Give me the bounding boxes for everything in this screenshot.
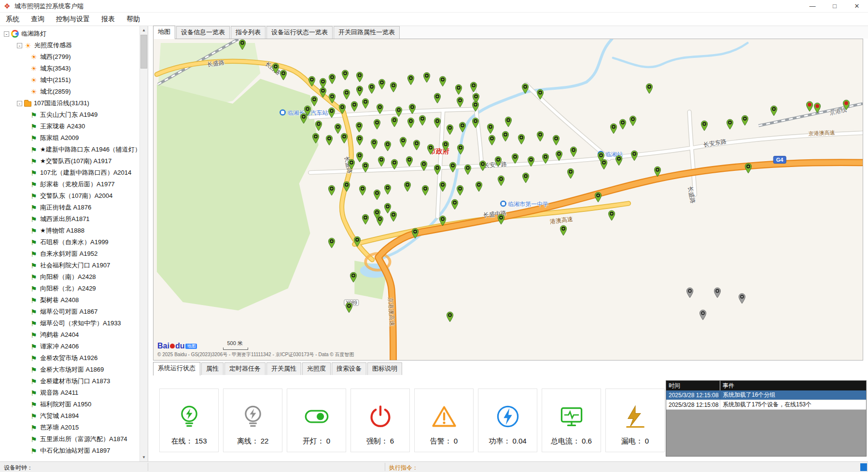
scroll-up-icon[interactable]: ▲ [140, 26, 148, 34]
tree-item[interactable]: 城中(2151) [0, 74, 140, 86]
device-pin-marker[interactable] [451, 199, 459, 210]
tree-item[interactable]: 王家珑巷 A2430 [0, 121, 140, 132]
tree-item[interactable]: 谭家冲 A2406 [0, 341, 140, 352]
device-pin-marker[interactable] [343, 89, 350, 100]
device-pin-marker[interactable] [384, 140, 391, 152]
tree-item[interactable]: 向阳桥（北）A2429 [0, 283, 140, 294]
tree-item[interactable]: 自来水斜对面 A1952 [0, 248, 140, 260]
device-pin-marker[interactable] [341, 133, 348, 144]
device-pin-marker[interactable] [376, 215, 383, 226]
device-pin-marker[interactable] [308, 76, 315, 87]
device-pin-marker[interactable] [272, 63, 279, 74]
device-pin-marker[interactable] [806, 101, 813, 112]
device-pin-marker[interactable] [487, 123, 494, 134]
device-pin-marker[interactable] [326, 135, 333, 146]
tree-item[interactable]: 五尖山大门东 A1949 [0, 109, 140, 121]
device-pin-marker[interactable] [328, 185, 335, 196]
device-pin-marker[interactable] [536, 89, 544, 100]
bottom-tab[interactable]: 定时器任务 [224, 362, 266, 375]
tree-item[interactable]: 107北（建新中路路口西）A2014 [0, 167, 140, 179]
event-log-row[interactable]: 2025/3/28 12:15:08 系统加载了16个分组 [666, 390, 866, 400]
device-pin-marker[interactable] [608, 210, 615, 221]
bottom-tab[interactable]: 搜索设备 [332, 362, 366, 375]
map-canvas[interactable]: 长盛路 长白路 临湘长途汽车站 市政府 长盛路 [153, 39, 863, 361]
tree-item[interactable]: 汽贸城 A1894 [0, 410, 140, 422]
device-pin-marker[interactable] [745, 163, 752, 174]
device-pin-marker[interactable] [556, 150, 563, 161]
tree-item[interactable]: 城东(3543) [0, 63, 140, 74]
device-pin-marker[interactable] [350, 272, 357, 283]
tree-item[interactable]: 金桥农贸市场 A1926 [0, 352, 140, 364]
map-tab[interactable]: 设备信息一览表 [176, 26, 230, 39]
device-pin-marker[interactable] [560, 225, 567, 236]
device-pin-marker[interactable] [536, 131, 544, 142]
device-pin-marker[interactable] [645, 83, 653, 94]
device-pin-marker[interactable] [315, 120, 322, 131]
tree-item[interactable]: 金桥大市场对面 A1869 [0, 364, 140, 375]
device-pin-marker[interactable] [412, 228, 419, 239]
menu-item[interactable]: 报表 [96, 13, 121, 26]
menu-item[interactable]: 系统 [0, 13, 25, 26]
device-pin-marker[interactable] [407, 117, 415, 128]
tree-expander-icon[interactable]: - [4, 31, 9, 37]
tree-item[interactable]: - 光照度传感器 [0, 40, 140, 51]
map-tab[interactable]: 设备运行状态一览表 [266, 26, 333, 39]
device-pin-marker[interactable] [409, 103, 416, 114]
device-pin-marker[interactable] [343, 181, 350, 192]
tree-item[interactable]: 五里派出所（富源汽配）A1874 [0, 433, 140, 445]
device-pin-marker[interactable] [770, 105, 778, 116]
device-pin-marker[interactable] [376, 103, 383, 114]
device-pin-marker[interactable] [455, 84, 462, 95]
device-pin-marker[interactable] [346, 302, 353, 313]
bottom-tab[interactable]: 属性 [201, 362, 224, 375]
tree-item[interactable]: 福利院对面 A1950 [0, 399, 140, 410]
device-pin-marker[interactable] [356, 122, 363, 133]
map-tab[interactable]: 地图 [153, 26, 175, 39]
device-pin-marker[interactable] [356, 135, 364, 146]
tree-item[interactable]: 彭家巷（党校后面）A1977 [0, 179, 140, 190]
tree-item[interactable]: 陈家组 A2009 [0, 132, 140, 144]
device-pin-marker[interactable] [404, 181, 411, 192]
device-pin-marker[interactable] [390, 82, 397, 93]
device-pin-marker[interactable] [456, 97, 463, 108]
close-button[interactable]: ✕ [846, 0, 868, 12]
device-pin-marker[interactable] [427, 144, 434, 155]
device-pin-marker[interactable] [421, 185, 429, 196]
device-pin-marker[interactable] [447, 124, 454, 135]
device-pin-marker[interactable] [600, 159, 607, 170]
device-pin-marker[interactable] [464, 164, 471, 175]
device-pin-marker[interactable] [701, 120, 708, 131]
tree-item[interactable]: ★交警队西(107南) A1917 [0, 155, 140, 167]
device-pin-marker[interactable] [280, 69, 287, 81]
bottom-tab[interactable]: 开关属性 [266, 362, 301, 375]
device-pin-marker[interactable] [311, 96, 318, 107]
device-pin-marker[interactable] [362, 162, 369, 173]
map-tab[interactable]: 开关回路属性一览表 [334, 26, 400, 39]
device-pin-marker[interactable] [434, 164, 441, 175]
device-pin-marker[interactable] [328, 237, 335, 249]
device-pin-marker[interactable] [329, 93, 336, 104]
device-pin-marker[interactable] [447, 311, 454, 322]
device-pin-marker[interactable] [459, 122, 466, 133]
menu-item[interactable]: 帮助 [121, 13, 146, 26]
tree-item[interactable]: 中石化加油站对面 A1897 [0, 445, 140, 457]
device-pin-marker[interactable] [619, 119, 627, 130]
device-pin-marker[interactable] [391, 116, 398, 127]
device-pin-marker[interactable] [700, 309, 707, 320]
device-pin-marker[interactable] [370, 139, 378, 150]
tree-item[interactable]: - 107国道沿线(31/31) [0, 97, 140, 109]
menu-item[interactable]: 查询 [25, 13, 50, 26]
device-pin-marker[interactable] [610, 123, 617, 134]
bottom-tab[interactable]: 光照度 [302, 362, 331, 375]
device-pin-marker[interactable] [504, 116, 512, 127]
device-pin-marker[interactable] [413, 139, 420, 151]
device-pin-marker[interactable] [542, 153, 549, 164]
device-pin-marker[interactable] [472, 117, 479, 128]
device-pin-marker[interactable] [359, 185, 366, 196]
device-pin-marker[interactable] [615, 155, 622, 166]
tree-item[interactable]: 向阳桥（南）A2428 [0, 271, 140, 283]
map-tab[interactable]: 指令列表 [231, 26, 266, 39]
device-pin-marker[interactable] [442, 140, 449, 152]
device-pin-marker[interactable] [356, 71, 364, 83]
device-pin-marker[interactable] [420, 160, 427, 171]
